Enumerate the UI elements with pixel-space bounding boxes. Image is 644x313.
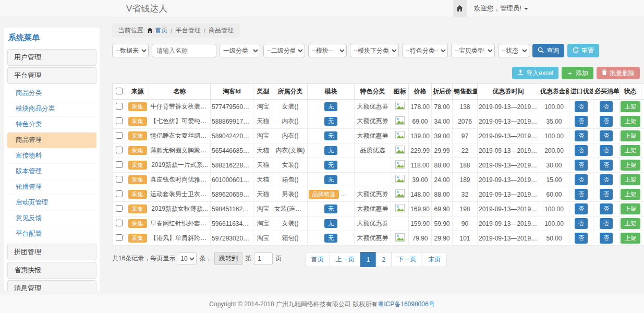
source-badge: 采集 bbox=[128, 102, 147, 111]
status-button[interactable]: 上架 bbox=[621, 218, 640, 229]
status-button[interactable]: 上架 bbox=[621, 101, 640, 112]
import-excel-button[interactable]: 导入excel bbox=[512, 67, 558, 79]
status-button[interactable]: 上架 bbox=[621, 189, 640, 200]
cell-coupon-time: 2019-09-13—2019-09-18 bbox=[478, 231, 539, 246]
batch-delete-button[interactable]: 批量删除 bbox=[597, 67, 640, 79]
add-button[interactable]: ＋ 添加 bbox=[562, 67, 593, 79]
cell-sales: 138 bbox=[453, 100, 478, 114]
row-checkbox[interactable] bbox=[116, 220, 123, 226]
row-checkbox[interactable] bbox=[116, 234, 123, 241]
must-buy-toggle[interactable]: 否 bbox=[600, 101, 613, 112]
sidebar-item-宣传物料[interactable]: 宣传物料 bbox=[7, 148, 96, 164]
must-buy-toggle[interactable]: 否 bbox=[600, 130, 613, 141]
jump-button[interactable]: 跳转到 bbox=[214, 252, 242, 265]
reset-label: 重置 bbox=[581, 46, 594, 55]
pager-button-2[interactable]: 2 bbox=[376, 252, 392, 267]
import-select-toggle[interactable]: 否 bbox=[575, 233, 588, 244]
sidebar-group-5[interactable]: 消息管理 bbox=[7, 280, 96, 291]
pager-button-上一页[interactable]: 上一页 bbox=[330, 252, 361, 267]
column-header-所属分类: 所属分类 bbox=[273, 84, 308, 100]
import-select-toggle[interactable]: 否 bbox=[575, 174, 588, 185]
select-all-checkbox[interactable] bbox=[116, 88, 123, 94]
import-select-toggle[interactable]: 否 bbox=[575, 101, 588, 112]
row-checkbox[interactable] bbox=[116, 147, 123, 153]
source-badge: 采集 bbox=[128, 219, 147, 228]
status-button[interactable]: 上架 bbox=[621, 233, 640, 244]
must-buy-toggle[interactable]: 否 bbox=[600, 174, 613, 185]
sidebar-item-意见反馈[interactable]: 意见反馈 bbox=[7, 211, 96, 226]
breadcrumb-home-link[interactable]: 首页 bbox=[155, 26, 167, 35]
status-button[interactable]: 上架 bbox=[621, 160, 640, 171]
import-select-toggle[interactable]: 否 bbox=[575, 116, 588, 127]
row-checkbox[interactable] bbox=[116, 103, 123, 110]
row-checkbox[interactable] bbox=[116, 132, 123, 139]
import-select-toggle[interactable]: 否 bbox=[575, 130, 588, 141]
status-button[interactable]: 上架 bbox=[621, 130, 640, 141]
user-dropdown[interactable]: 欢迎您，管理员! bbox=[467, 0, 536, 17]
import-select-toggle[interactable]: 否 bbox=[575, 145, 588, 156]
pager-button-下一页[interactable]: 下一页 bbox=[391, 252, 422, 267]
pager-button-首页[interactable]: 首页 bbox=[305, 252, 330, 267]
row-checkbox[interactable] bbox=[116, 117, 123, 124]
must-buy-toggle[interactable]: 否 bbox=[600, 218, 613, 229]
row-checkbox[interactable] bbox=[116, 205, 123, 212]
status-button[interactable]: 上架 bbox=[621, 174, 640, 185]
level1-category-select[interactable]: 一级分类 bbox=[220, 44, 260, 57]
must-buy-toggle[interactable]: 否 bbox=[600, 189, 613, 200]
cell-type: 淘宝 bbox=[253, 231, 273, 246]
status-select[interactable]: --状态-- bbox=[498, 44, 529, 57]
cell-coupon-time: 2019-09-13—2019-09-17 bbox=[478, 143, 539, 158]
row-checkbox[interactable] bbox=[116, 176, 123, 183]
must-buy-toggle[interactable]: 否 bbox=[600, 145, 613, 156]
data-source-select[interactable]: --数据来源-- bbox=[112, 44, 149, 57]
sidebar-group-4[interactable]: 省惠快报 bbox=[7, 262, 96, 279]
home-button[interactable] bbox=[453, 0, 467, 17]
module-select[interactable]: --模块-- bbox=[308, 44, 347, 57]
page-size-select[interactable]: 10 bbox=[178, 252, 197, 265]
sidebar-group-1[interactable]: 用户管理 bbox=[7, 49, 96, 66]
sidebar-group-2[interactable]: 平台管理 bbox=[7, 67, 96, 84]
sidebar-item-启动页管理[interactable]: 启动页管理 bbox=[7, 195, 96, 211]
cell-coupon-amount: 100.00 bbox=[539, 129, 569, 143]
row-checkbox[interactable] bbox=[116, 190, 123, 197]
icp-link[interactable]: 粤ICP备16098006号 bbox=[378, 300, 434, 308]
column-header-状态: 状态 bbox=[619, 84, 641, 100]
module-subcategory-select[interactable]: --模块下分类-- bbox=[350, 44, 399, 57]
sidebar-item-商品分类[interactable]: 商品分类 bbox=[7, 86, 96, 101]
must-buy-toggle[interactable]: 否 bbox=[600, 116, 613, 127]
search-button[interactable]: 查询 bbox=[532, 44, 564, 57]
import-select-toggle[interactable]: 否 bbox=[575, 160, 588, 171]
cell-category: 内衣(文胸) bbox=[273, 143, 308, 158]
import-select-toggle[interactable]: 否 bbox=[575, 218, 588, 229]
cell-type: 天猫 bbox=[253, 158, 273, 173]
item-type-select[interactable]: --宝贝类型-- bbox=[451, 44, 495, 57]
must-buy-toggle[interactable]: 否 bbox=[600, 160, 613, 171]
must-buy-toggle[interactable]: 否 bbox=[600, 203, 613, 214]
name-search-input[interactable] bbox=[152, 44, 216, 57]
import-select-toggle[interactable]: 否 bbox=[575, 203, 588, 214]
cell-feature: 大额优惠券 bbox=[355, 100, 391, 114]
sidebar-item-平台配置[interactable]: 平台配置 bbox=[7, 226, 96, 242]
cell-status: 上架 bbox=[619, 216, 641, 231]
sidebar-item-商品管理[interactable]: 商品管理 bbox=[7, 133, 96, 148]
status-button[interactable]: 上架 bbox=[621, 116, 640, 127]
status-button[interactable]: 上架 bbox=[621, 145, 640, 156]
jump-page-input[interactable] bbox=[254, 252, 273, 265]
sidebar-group-3[interactable]: 拼团管理 bbox=[7, 244, 96, 260]
cell-taoke-id: 601000601341 bbox=[211, 173, 253, 187]
level2-category-select[interactable]: --二级分类-- bbox=[263, 44, 305, 57]
must-buy-toggle[interactable]: 否 bbox=[600, 233, 613, 244]
sidebar-item-模块商品分类[interactable]: 模块商品分类 bbox=[7, 101, 96, 117]
status-button[interactable]: 上架 bbox=[621, 203, 640, 214]
sidebar-item-特色分类[interactable]: 特色分类 bbox=[7, 117, 96, 133]
product-image-icon bbox=[395, 148, 405, 155]
feature-category-select[interactable]: --特色分类-- bbox=[402, 44, 448, 57]
sidebar-item-版本管理[interactable]: 版本管理 bbox=[7, 164, 96, 179]
reset-button[interactable]: 重置 bbox=[567, 44, 599, 57]
row-checkbox[interactable] bbox=[116, 161, 123, 168]
import-select-toggle[interactable]: 否 bbox=[575, 189, 588, 200]
pager-button-1[interactable]: 1 bbox=[360, 252, 376, 267]
pager-button-末页[interactable]: 末页 bbox=[422, 252, 447, 267]
sidebar-item-轮播管理[interactable]: 轮播管理 bbox=[7, 179, 96, 195]
breadcrumb-separator: / bbox=[169, 27, 173, 34]
